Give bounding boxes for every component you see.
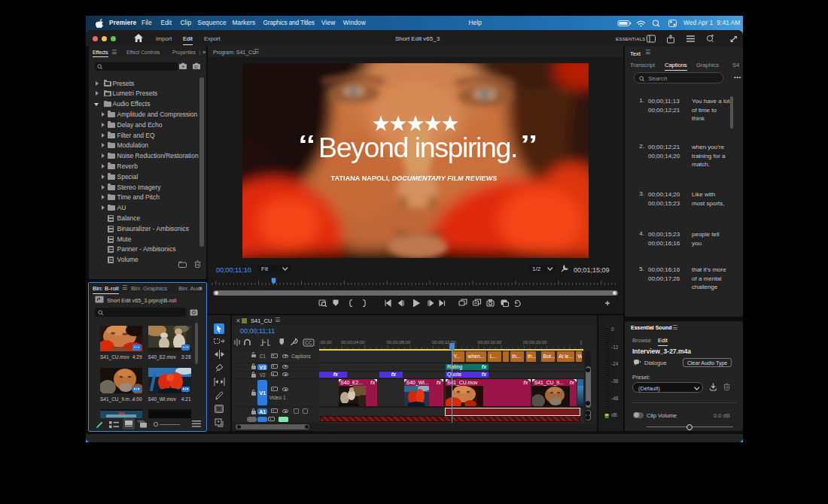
svg-text:CC: CC: [305, 340, 312, 345]
svg-text:dB: dB: [611, 412, 617, 417]
svg-text:(: (: [580, 339, 583, 345]
svg-text:00;00;16;00: 00;00;16;00: [478, 340, 502, 345]
svg-text:-24: -24: [611, 361, 619, 366]
svg-text:00;00;04;00: 00;00;04;00: [341, 340, 365, 345]
svg-text:32: 32: [193, 65, 198, 69]
svg-text:-36: -36: [611, 378, 619, 384]
svg-text:-12: -12: [611, 345, 619, 350]
svg-text:00;00;20;00: 00;00;20;00: [523, 340, 547, 345]
svg-text:00;00;08;00: 00;00;08;00: [387, 340, 411, 345]
svg-text:-48: -48: [611, 396, 619, 401]
svg-text:0: 0: [611, 326, 614, 332]
svg-text:;00;00: ;00;00: [319, 340, 332, 345]
